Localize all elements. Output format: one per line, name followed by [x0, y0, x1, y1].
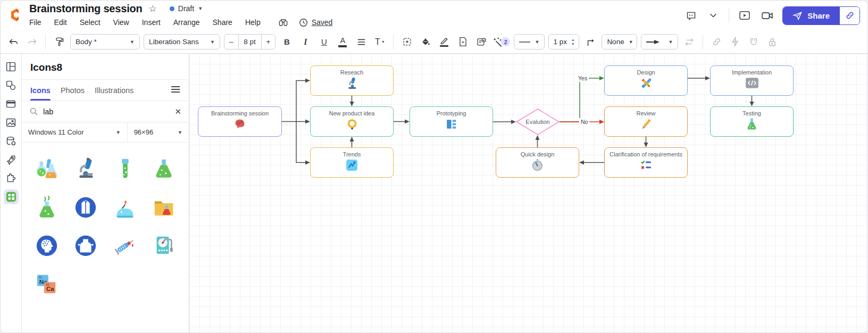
shape-data-button[interactable]: [474, 35, 489, 49]
diagram-canvas[interactable]: Brainstorming session Reseach New produc…: [189, 54, 867, 332]
wireframe-icon: [445, 118, 458, 131]
line-shape-button[interactable]: [583, 35, 598, 49]
result-microscope-icon[interactable]: [73, 156, 98, 182]
copy-link-button[interactable]: [839, 7, 859, 24]
image-icon[interactable]: [4, 115, 19, 130]
flow-node-quick-design[interactable]: Quick design: [496, 147, 579, 178]
result-lab-coat-icon[interactable]: [73, 195, 98, 220]
result-periodic-elements-icon[interactable]: 11 Na 20 Ca: [34, 271, 60, 297]
format-painter-icon[interactable]: [52, 35, 66, 49]
magic-actions-button[interactable]: 2: [493, 35, 510, 49]
connector-to-trends[interactable]: [296, 122, 305, 163]
menu-help[interactable]: Help: [245, 18, 261, 27]
line-start-select[interactable]: None▼: [602, 34, 637, 49]
result-experiment-folder-icon[interactable]: [151, 195, 177, 220]
line-style-select[interactable]: ▼: [514, 34, 545, 49]
magnetize-button[interactable]: [746, 35, 761, 49]
lucid-logo[interactable]: [6, 6, 24, 25]
line-width-stepper[interactable]: 1 px ▲▼: [548, 34, 579, 49]
font-size-value[interactable]: 8 pt: [238, 35, 262, 49]
find-tools-icon[interactable]: [277, 15, 290, 29]
data-linking-icon[interactable]: [4, 134, 19, 148]
icons8-icon[interactable]: [4, 189, 19, 204]
flow-node-testing[interactable]: Testing: [710, 106, 794, 137]
share-button[interactable]: Share: [783, 7, 839, 24]
menu-file[interactable]: File: [29, 18, 41, 27]
bold-button[interactable]: B: [279, 35, 294, 49]
menu-arrange[interactable]: Arrange: [173, 18, 200, 27]
result-lab-set-icon[interactable]: [34, 156, 60, 182]
flow-node-reseach[interactable]: Reseach: [310, 65, 394, 96]
present-icon[interactable]: [738, 9, 752, 22]
flow-node-clarification-of-requirements[interactable]: Clarification of requirements: [604, 147, 688, 178]
text-style-select[interactable]: Body *▼: [70, 34, 140, 49]
comments-icon[interactable]: [684, 9, 698, 22]
edge-label-no[interactable]: No: [579, 118, 589, 126]
hyperlink-button[interactable]: [709, 35, 724, 49]
menu-insert[interactable]: Insert: [142, 18, 161, 27]
flow-node-trends[interactable]: Trends: [310, 147, 394, 178]
save-status[interactable]: Saved: [299, 18, 333, 27]
font-size-decrease[interactable]: –: [224, 35, 238, 49]
italic-button[interactable]: I: [298, 35, 313, 49]
flow-node-evalution[interactable]: Evalution: [516, 109, 560, 135]
swap-endpoints-button[interactable]: [682, 35, 697, 49]
shapes-icon[interactable]: [4, 78, 19, 93]
rocket-icon[interactable]: [4, 152, 19, 167]
result-test-tube-icon[interactable]: [112, 156, 138, 182]
menu-share[interactable]: Share: [213, 18, 232, 27]
menu-view[interactable]: View: [113, 18, 129, 27]
favorite-star-icon[interactable]: ☆: [149, 3, 157, 14]
tab-photos[interactable]: Photos: [61, 80, 85, 101]
flow-node-prototyping[interactable]: Prototyping: [410, 106, 493, 137]
plugin-icon[interactable]: [4, 171, 19, 186]
font-color-button[interactable]: A: [335, 35, 350, 49]
connector-to-reseach[interactable]: [296, 81, 305, 122]
line-end-select[interactable]: ▼: [641, 34, 678, 49]
fill-color-button[interactable]: [418, 35, 433, 49]
video-camera-icon[interactable]: [760, 9, 774, 22]
text-options-button[interactable]: T▼: [372, 35, 387, 49]
flow-node-new-product-idea[interactable]: New product idea: [310, 106, 394, 137]
shape-library-icon[interactable]: [4, 59, 19, 74]
microscope-icon: [345, 77, 359, 90]
status-badge[interactable]: Draft ▼: [170, 4, 203, 13]
tab-illustrations[interactable]: Illustrations: [95, 80, 133, 101]
collapse-chevron-icon[interactable]: [706, 9, 720, 22]
edge-label-yes[interactable]: Yes: [577, 74, 589, 82]
line-color-button[interactable]: [437, 35, 452, 49]
text-align-button[interactable]: [354, 35, 369, 49]
redo-button[interactable]: [24, 35, 39, 49]
result-measuring-device-icon[interactable]: [151, 233, 177, 259]
tab-icons[interactable]: Icons: [30, 80, 51, 101]
result-brain-head-icon[interactable]: [34, 233, 60, 259]
shape-options-button[interactable]: [399, 35, 414, 49]
result-steaming-flask-icon[interactable]: [34, 195, 60, 220]
flow-node-implementation[interactable]: Implementation: [710, 65, 794, 96]
chevron-down-icon: ▼: [198, 6, 203, 11]
search-input[interactable]: [43, 107, 170, 116]
clear-search-icon[interactable]: ✕: [174, 107, 181, 116]
font-family-select[interactable]: Liberation Sans▼: [144, 34, 220, 49]
frame-icon[interactable]: [4, 96, 19, 111]
flow-node-brainstorming-session[interactable]: Brainstorming session: [198, 106, 282, 137]
font-size-increase[interactable]: +: [262, 35, 276, 49]
actions-button[interactable]: [728, 35, 742, 49]
panel-menu-icon[interactable]: [171, 86, 180, 95]
menu-edit[interactable]: Edit: [54, 18, 67, 27]
result-erlenmeyer-flask-icon[interactable]: [151, 156, 177, 182]
lock-button[interactable]: [765, 35, 780, 49]
underline-button[interactable]: U: [316, 35, 331, 49]
flow-node-design[interactable]: Design: [604, 65, 688, 96]
size-filter-select[interactable]: 96×96▼: [128, 122, 189, 142]
document-title[interactable]: Brainstorming session: [29, 3, 143, 15]
connector-yes-to-design[interactable]: [560, 78, 599, 122]
menu-select[interactable]: Select: [80, 18, 101, 27]
page-settings-button[interactable]: [455, 35, 470, 49]
flow-node-review[interactable]: Review: [604, 106, 688, 137]
result-syringe-icon[interactable]: [112, 233, 138, 259]
result-apron-icon[interactable]: [73, 233, 98, 259]
result-spirit-lamp-icon[interactable]: [112, 195, 138, 220]
undo-button[interactable]: [6, 35, 21, 49]
style-filter-select[interactable]: Windows 11 Color▼: [22, 122, 128, 142]
